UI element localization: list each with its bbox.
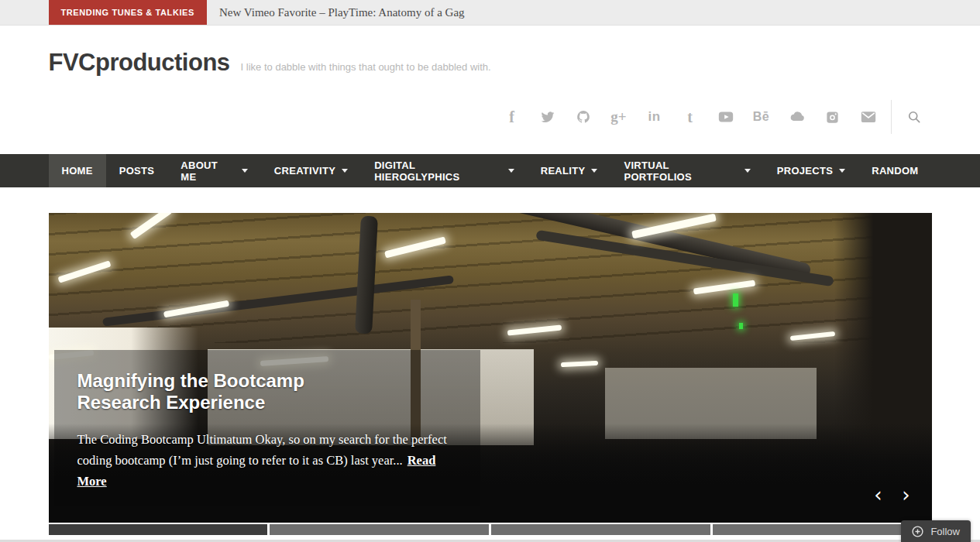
slide-excerpt: The Coding Bootcamp Ultimatum Okay, so o… (77, 429, 457, 492)
site-header: FVCproductions I like to dabble with thi… (0, 26, 980, 134)
trending-headline-text: New Vimeo Favorite – PlayTime: Anatomy o… (219, 6, 465, 19)
chevron-down-icon (242, 169, 248, 173)
slider-page-2[interactable] (270, 524, 489, 535)
chevron-down-icon (839, 169, 845, 173)
nav-item-digital-hieroglyphics[interactable]: DIGITAL HIEROGLYPHICS (361, 154, 528, 187)
behance-icon[interactable]: Bē (744, 100, 779, 134)
slide-title[interactable]: Magnifying the Bootcamp Research Experie… (77, 370, 337, 413)
exit-sign-decor (733, 293, 738, 307)
nav-item-creativity[interactable]: CREATIVITY (261, 154, 361, 187)
nav-item-posts[interactable]: POSTS (106, 154, 168, 187)
email-icon[interactable] (851, 100, 886, 134)
chevron-down-icon (508, 169, 514, 173)
trending-headline-link[interactable]: New Vimeo Favorite – PlayTime: Anatomy o… (219, 0, 465, 25)
github-icon[interactable] (566, 100, 601, 134)
hero-slide: Magnifying the Bootcamp Research Experie… (49, 213, 932, 523)
featured-slider: Magnifying the Bootcamp Research Experie… (49, 213, 932, 535)
trending-label: TRENDING TUNES & TALKIES (49, 0, 207, 25)
tumblr-icon[interactable]: t (672, 100, 708, 134)
trending-label-text: TRENDING TUNES & TALKIES (61, 8, 194, 17)
slider-page-1[interactable] (49, 524, 268, 535)
youtube-icon[interactable] (708, 100, 744, 134)
nav-item-projects[interactable]: PROJECTS (764, 154, 858, 187)
nav-item-reality[interactable]: REALITY (528, 154, 611, 187)
plus-circle-icon (912, 526, 923, 537)
follow-button[interactable]: Follow (901, 520, 971, 542)
exit-sign-decor (739, 323, 743, 329)
slider-prev-arrow[interactable]: ‹ (868, 485, 889, 506)
linkedin-icon[interactable]: in (637, 100, 672, 134)
google-plus-icon[interactable]: g+ (601, 100, 637, 134)
slider-next-arrow[interactable]: › (896, 485, 916, 506)
nav-item-random[interactable]: RANDOM (858, 154, 931, 187)
nav-item-virtual-portfolios[interactable]: VIRTUAL PORTFOLIOS (610, 154, 763, 187)
nav-item-home[interactable]: HOME (49, 154, 106, 187)
slider-page-4[interactable] (713, 524, 932, 535)
chevron-down-icon (744, 169, 751, 173)
chevron-down-icon (342, 169, 348, 173)
search-icon[interactable] (896, 100, 932, 134)
follow-label: Follow (930, 526, 960, 537)
slide-excerpt-text: The Coding Bootcamp Ultimatum Okay, so o… (77, 432, 447, 468)
nav-item-about-me[interactable]: ABOUT ME (167, 154, 261, 187)
main-navigation: HOME POSTS ABOUT ME CREATIVITY DIGITAL H… (0, 154, 980, 187)
facebook-icon[interactable]: f (494, 100, 530, 134)
twitter-icon[interactable] (530, 100, 566, 134)
social-search-divider (891, 100, 892, 134)
soundcloud-icon[interactable] (779, 100, 815, 134)
slide-caption-panel: Magnifying the Bootcamp Research Experie… (54, 350, 480, 506)
site-tagline: I like to dabble with things that ought … (241, 61, 491, 73)
slider-pagination (49, 524, 932, 535)
slider-page-3[interactable] (491, 524, 710, 535)
trending-ticker-bar: TRENDING TUNES & TALKIES New Vimeo Favor… (0, 0, 980, 26)
instagram-icon[interactable] (815, 100, 851, 134)
chevron-down-icon (591, 169, 597, 173)
social-links-row: f g+ in t Bē (49, 100, 932, 134)
site-logo[interactable]: FVCproductions (49, 49, 230, 77)
